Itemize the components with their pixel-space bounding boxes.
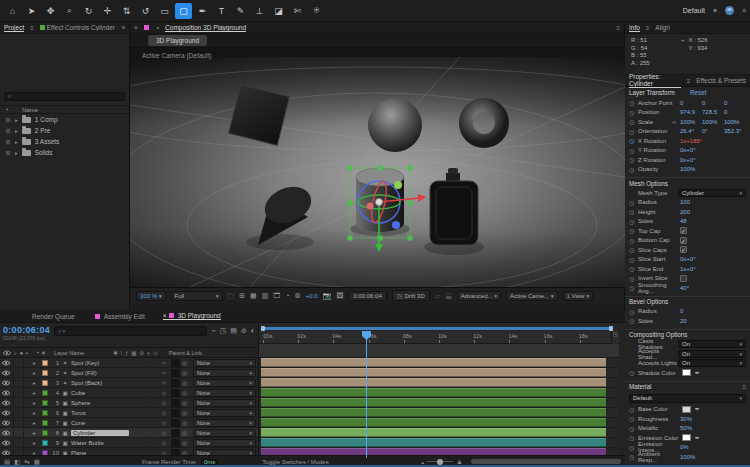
table-row[interactable]: ▸ 5 ▣ Sphere · ◇ ◎ None▾: [0, 398, 258, 408]
threed-switch[interactable]: ✧: [159, 360, 169, 366]
disclosure-icon[interactable]: ▸: [33, 420, 40, 426]
list-item[interactable]: ▸ 1 Comp: [0, 114, 129, 125]
brush-tool[interactable]: ✎: [232, 3, 249, 19]
tab-overflow[interactable]: »: [121, 24, 125, 31]
dolly-camera-tool[interactable]: ⇅: [118, 3, 135, 19]
tab-effects-presets[interactable]: Effects & Presets: [696, 77, 746, 84]
sides-row[interactable]: ◷Sides48: [625, 217, 750, 227]
show-snapshot-icon[interactable]: 🖼: [336, 292, 343, 299]
user-avatar[interactable]: [725, 6, 734, 15]
label-color-swatch[interactable]: [42, 370, 48, 376]
view-count-dropdown[interactable]: 1 View▾: [563, 291, 593, 301]
lock-icon[interactable]: ▪: [157, 24, 159, 31]
table-row[interactable]: ▸ 3 ✦ Spot (Back) · ✧ ◎ None▾: [0, 378, 258, 388]
lock-cell[interactable]: [23, 379, 31, 387]
layer-duration-bar[interactable]: [261, 408, 606, 417]
eyedropper-icon[interactable]: ✒: [695, 434, 700, 442]
anchor-point-row[interactable]: ◷Anchor Point000: [625, 98, 750, 108]
base-color-swatch[interactable]: [682, 406, 691, 413]
slice-end-row[interactable]: ◷Slice End1x+0°: [625, 264, 750, 274]
current-timecode[interactable]: 0:00:06:04: [3, 325, 50, 335]
disclosure-icon[interactable]: ▸: [33, 440, 40, 446]
lock-cell[interactable]: [23, 409, 31, 417]
eye-icon[interactable]: [2, 430, 11, 436]
audio-cell[interactable]: [13, 439, 21, 447]
eye-icon[interactable]: [2, 420, 11, 426]
eyedropper-icon[interactable]: ✒: [695, 369, 700, 377]
layer-name[interactable]: Torus: [71, 410, 129, 416]
shy-switch-icon[interactable]: ✱: [113, 350, 118, 356]
pan-camera-tool[interactable]: ✛: [99, 3, 116, 19]
frame-blend-icon[interactable]: ⊘: [241, 327, 247, 335]
disclosure-icon[interactable]: ▸: [33, 360, 40, 366]
eye-icon[interactable]: [2, 390, 11, 396]
audio-cell[interactable]: [13, 399, 21, 407]
threed-switch-icon[interactable]: ◇: [153, 350, 157, 356]
audio-icon[interactable]: ♪: [14, 350, 17, 356]
bottom-cap-row[interactable]: ◷Bottom Cap✓: [625, 236, 750, 246]
motion-blur-switch-icon[interactable]: ⊘: [139, 350, 144, 356]
scale-row[interactable]: ◷Scale∞100%100%100%: [625, 117, 750, 127]
tab-properties[interactable]: Properties: Cylinder: [629, 73, 681, 88]
list-item[interactable]: ▸ 2 Pre: [0, 125, 129, 136]
casts-shadows-dropdown[interactable]: On▾: [678, 340, 746, 348]
lock-cell[interactable]: [23, 359, 31, 367]
radius-row[interactable]: ◷Radius100: [625, 198, 750, 208]
disclosure-icon[interactable]: ▸: [33, 400, 40, 406]
layer-duration-row[interactable]: [259, 368, 619, 378]
lock-cell[interactable]: [23, 389, 31, 397]
mask-visibility-icon[interactable]: ▦: [250, 292, 257, 300]
timeline-tab[interactable]: Render Queue: [30, 313, 75, 320]
resolution-dropdown[interactable]: Full▾: [171, 291, 223, 301]
hand-tool[interactable]: ✥: [42, 3, 59, 19]
label-color-swatch[interactable]: [42, 400, 48, 406]
y-rotation-row[interactable]: ◷Y Rotation0x+0°: [625, 146, 750, 156]
orbit-camera-tool[interactable]: ↻: [80, 3, 97, 19]
guides-icon[interactable]: ▥: [262, 292, 269, 300]
accepts-shadows-dropdown[interactable]: On▾: [678, 350, 746, 358]
mini-flowchart-icon[interactable]: ⌁: [211, 327, 215, 335]
draft-3d-button[interactable]: ◳Drift 3D: [392, 290, 430, 301]
opacity-row[interactable]: ◷Opacity100%: [625, 165, 750, 175]
bevel-radius-row[interactable]: ◷Radius0: [625, 307, 750, 317]
eye-icon[interactable]: [3, 350, 11, 356]
sphere-object[interactable]: [368, 98, 422, 152]
lock-cell[interactable]: [23, 419, 31, 427]
shy-layers-icon[interactable]: ▤: [230, 327, 237, 335]
roughness-row[interactable]: ◷Roughness30%: [625, 414, 750, 424]
solo-icon[interactable]: ●: [20, 350, 23, 356]
position-row[interactable]: ◷Position974.9728.50: [625, 108, 750, 118]
parent-dropdown[interactable]: None▾: [193, 409, 256, 417]
timeline-tab[interactable]: × 3D Playground: [163, 312, 221, 320]
snapshot-icon[interactable]: 📷: [323, 292, 332, 300]
roi-icon[interactable]: ⬚: [228, 292, 235, 300]
label-color-swatch[interactable]: [42, 390, 48, 396]
app-menu-icon[interactable]: ≡: [742, 7, 746, 14]
panel-menu-icon[interactable]: ≡: [30, 25, 34, 31]
layer-name[interactable]: Water Bottle: [71, 440, 129, 446]
workspace-label[interactable]: Default: [683, 7, 705, 14]
project-columns[interactable]: ⬩ Name: [0, 105, 129, 114]
top-cap-row[interactable]: ◷Top Cap✓: [625, 226, 750, 236]
parent-dropdown[interactable]: None▾: [193, 399, 256, 407]
base-color-row[interactable]: ◷Base Color✒: [625, 405, 750, 415]
layer-duration-row[interactable]: [259, 428, 619, 438]
threed-switch[interactable]: ◇: [159, 440, 169, 446]
transparency-grid-icon[interactable]: ⊞: [239, 292, 245, 300]
threed-switch[interactable]: ✧: [159, 380, 169, 386]
invert-slice-checkbox[interactable]: [680, 275, 687, 282]
layer-duration-row[interactable]: [259, 408, 619, 418]
orientation-row[interactable]: ◷Orientation26.4°0°352.3°: [625, 127, 750, 137]
panel-menu-icon[interactable]: ≡: [742, 384, 746, 390]
fx-switch-icon[interactable]: ƒ: [125, 350, 128, 356]
comp-viewport[interactable]: Active Camera (Default): [130, 48, 625, 287]
tab-info[interactable]: Info: [629, 24, 640, 32]
layer-duration-bar[interactable]: [261, 368, 606, 377]
parent-dropdown[interactable]: None▾: [193, 389, 256, 397]
quality-switch-icon[interactable]: \: [121, 350, 123, 356]
table-row[interactable]: ▸ 2 ✦ Spot (Fill) · ✧ ◎ None▾: [0, 368, 258, 378]
time-ruler[interactable]: :00s02s04s06s08s10s12s14s16s18s: [259, 331, 619, 344]
puppet-pin-tool[interactable]: ⍟: [308, 3, 325, 19]
accepts-shadows-row[interactable]: Accepts Shad...On▾: [625, 349, 750, 359]
comp-marker-bin[interactable]: ◳: [611, 331, 618, 344]
